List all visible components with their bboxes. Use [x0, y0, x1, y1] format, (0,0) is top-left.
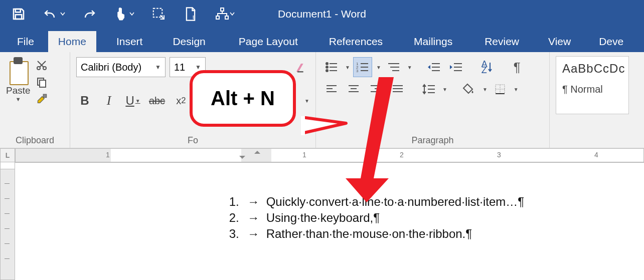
tab-design[interactable]: Design [163, 31, 215, 52]
svg-rect-53 [301, 116, 305, 135]
italic-button[interactable]: I [100, 91, 117, 111]
style-sample: AaBbCcDc [562, 62, 622, 76]
tab-stop-type[interactable]: L [0, 148, 15, 162]
tab-developer[interactable]: Deve [589, 31, 633, 52]
font-size-value: 11 [174, 62, 185, 73]
save-icon[interactable] [11, 7, 26, 22]
cut-icon[interactable] [36, 59, 49, 71]
bold-button[interactable]: B [76, 91, 93, 111]
shortcut-callout: Alt + N [190, 70, 296, 127]
vertical-ruler[interactable] [0, 162, 15, 280]
chevron-down-icon[interactable]: ▼ [6, 96, 31, 102]
touch-mode-icon[interactable] [114, 7, 134, 22]
paste-label: Paste [6, 85, 31, 96]
subscript-button[interactable]: x2 [173, 91, 190, 111]
page-margin [15, 162, 110, 280]
paste-icon [7, 56, 30, 84]
ruler-number: 4 [594, 151, 598, 159]
svg-point-12 [326, 63, 328, 65]
ruler-row: L 1 1 2 3 4 [0, 148, 644, 162]
selection-icon[interactable] [151, 7, 167, 22]
callout-tail-icon [301, 116, 351, 146]
list-number: 2. [229, 211, 244, 225]
tab-arrow-icon: → [247, 195, 263, 208]
tab-file[interactable]: File [12, 31, 48, 52]
tab-view[interactable]: View [538, 31, 581, 52]
group-label-clipboard: Clipboard [6, 135, 64, 147]
font-name-combo[interactable]: Calibri (Body)▼ [76, 57, 166, 77]
list-item: 2. → Using·the·keyboard,¶ [110, 211, 644, 225]
shading-button[interactable] [459, 79, 478, 99]
group-clipboard: Paste ▼ [0, 52, 70, 148]
tab-page-layout[interactable]: Page Layout [229, 31, 308, 52]
list-number: 3. [229, 227, 244, 241]
tab-insert[interactable]: Insert [106, 31, 153, 52]
tab-arrow-icon: → [247, 211, 263, 224]
decrease-indent-button[interactable] [424, 57, 443, 77]
tab-references[interactable]: References [319, 31, 393, 52]
strikethrough-button[interactable]: abc [148, 91, 166, 111]
callout-text: Alt + N [211, 87, 275, 109]
sort-button[interactable]: AZ [477, 57, 497, 77]
pointer-arrow-icon [346, 74, 406, 204]
undo-icon[interactable] [43, 8, 65, 21]
document-area: 1. → Quickly·convert·a·line·to·a·numbere… [0, 162, 644, 280]
increase-indent-button[interactable] [446, 57, 465, 77]
tab-review[interactable]: Review [474, 31, 529, 52]
chevron-down-icon[interactable]: ▼ [376, 65, 381, 70]
svg-text:3: 3 [356, 69, 359, 73]
ribbon-tabs: File Home Insert Design Page Layout Refe… [0, 28, 644, 52]
font-name-value: Calibri (Body) [81, 62, 141, 73]
paste-button[interactable]: Paste ▼ [6, 56, 31, 105]
copy-icon[interactable] [36, 76, 49, 88]
chevron-down-icon[interactable]: ▼ [514, 87, 519, 92]
tab-mailings[interactable]: Mailings [404, 31, 462, 52]
svg-rect-6 [225, 16, 228, 19]
chevron-down-icon[interactable]: ▼ [482, 87, 488, 92]
svg-rect-10 [40, 80, 46, 87]
underline-button[interactable]: U▼ [124, 91, 141, 111]
borders-button[interactable] [491, 79, 510, 99]
svg-marker-54 [346, 77, 394, 202]
indent-marker-icon[interactable] [254, 148, 260, 154]
group-styles: AaBbCcDc ¶ Normal [550, 52, 635, 148]
svg-rect-4 [221, 8, 224, 11]
svg-point-16 [326, 70, 328, 72]
list-number: 1. [229, 195, 244, 209]
list-text: Rather·than·the·mouse·on·the·ribbon.¶ [266, 227, 472, 240]
ruler-number: 1 [106, 151, 110, 159]
tab-arrow-icon: → [247, 227, 263, 240]
style-name: ¶ Normal [562, 84, 622, 95]
align-left-button[interactable] [322, 79, 341, 99]
list-text: Using·the·keyboard,¶ [266, 211, 380, 224]
format-painter-icon[interactable] [36, 93, 49, 105]
svg-rect-0 [16, 9, 21, 12]
svg-point-14 [326, 66, 328, 68]
clear-formatting-icon[interactable] [292, 57, 309, 77]
svg-rect-11 [43, 94, 47, 98]
svg-marker-52 [302, 117, 346, 133]
new-doc-icon[interactable]: ! [184, 7, 198, 22]
tab-home[interactable]: Home [48, 31, 96, 52]
chevron-down-icon[interactable]: ▼ [304, 98, 309, 104]
title-bar: ! Document1 - Word [0, 0, 644, 28]
line-spacing-button[interactable] [419, 79, 438, 99]
chevron-down-icon[interactable]: ▼ [442, 87, 447, 92]
quick-access-toolbar: ! [0, 7, 235, 22]
style-normal[interactable]: AaBbCcDc ¶ Normal [556, 56, 629, 114]
svg-text:!: ! [192, 14, 194, 22]
group-label-font: Fo [76, 135, 309, 147]
chevron-down-icon[interactable]: ▼ [407, 65, 412, 70]
horizontal-ruler[interactable]: 1 1 2 3 4 [15, 148, 644, 162]
show-marks-button[interactable]: ¶ [508, 57, 527, 77]
bullets-button[interactable] [322, 57, 341, 77]
indent-marker-icon[interactable] [239, 156, 245, 162]
svg-rect-5 [216, 16, 219, 19]
svg-rect-1 [16, 15, 22, 19]
redo-icon[interactable] [82, 8, 97, 21]
ruler-number: 3 [497, 151, 501, 159]
hierarchy-icon[interactable] [215, 7, 235, 21]
ruler-number: 1 [302, 151, 306, 159]
list-item: 3. → Rather·than·the·mouse·on·the·ribbon… [110, 227, 644, 241]
chevron-down-icon[interactable]: ▼ [345, 65, 350, 70]
